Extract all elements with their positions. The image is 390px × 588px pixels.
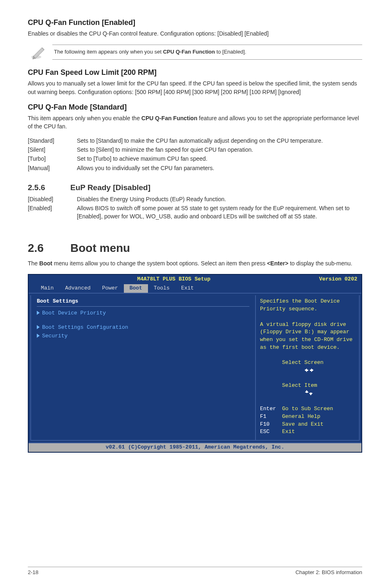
option-key: [Manual] xyxy=(28,164,77,173)
bios-key-desc: Select Item xyxy=(282,382,317,405)
boot-body-bold1: Boot xyxy=(39,260,52,267)
bios-help-text: Specifies the Boot Device Priority seque… xyxy=(260,298,355,352)
heading-qfan-function: CPU Q-Fan Function [Enabled] xyxy=(28,17,362,28)
bios-key-label: ESC xyxy=(260,428,282,436)
table-row: [Silent]Sets to [Silent] to minimize the… xyxy=(28,146,362,155)
bios-key-row: Select Item xyxy=(260,382,355,405)
note-text-bold: CPU Q-Fan Function xyxy=(163,49,215,55)
boot-body-before: The xyxy=(28,260,39,267)
heading-256-title: EuP Ready [Disabled] xyxy=(70,182,150,193)
heading-26-title: Boot menu xyxy=(70,240,130,257)
bios-key-row: F1General Help xyxy=(260,413,355,421)
note-row: The following item appears only when you… xyxy=(28,43,362,61)
bios-key-desc: Go to Sub Screen xyxy=(282,405,333,413)
option-desc: Disables the Energy Using Products (EuP)… xyxy=(77,195,362,204)
bios-key-label: F1 xyxy=(260,413,282,421)
body-qfan-function: Enables or disables the CPU Q-Fan contro… xyxy=(28,29,362,38)
triangle-icon xyxy=(37,325,40,329)
spacer xyxy=(37,318,249,323)
boot-body-mid: menu items allow you to change the syste… xyxy=(52,260,267,267)
bios-key-desc: Select Screen xyxy=(282,359,323,382)
bios-help-keys: Select Screen Select Item EnterGo to Sub… xyxy=(260,359,355,436)
bios-left-pane: Boot Settings Boot Device Priority Boot … xyxy=(30,295,256,441)
bios-item-label: Boot Settings Configuration xyxy=(42,324,128,330)
bios-group-title: Boot Settings xyxy=(37,298,249,305)
bios-tabs: Main Advanced Power Boot Tools Exit xyxy=(29,284,319,293)
page-footer: 2-18 Chapter 2: BIOS information xyxy=(28,567,362,577)
table-row: [Manual]Allows you to individually set t… xyxy=(28,164,362,173)
heading-256-num: 2.5.6 xyxy=(28,182,70,193)
body-boot-menu: The Boot menu items allow you to change … xyxy=(28,259,362,267)
chapter-label: Chapter 2: BIOS information xyxy=(296,569,362,577)
heading-256: 2.5.6 EuP Ready [Disabled] xyxy=(28,182,362,193)
bios-tab-advanced[interactable]: Advanced xyxy=(59,284,96,293)
note-text-after: to [Enabled]. xyxy=(215,49,247,55)
bios-key-desc: General Help xyxy=(282,413,321,421)
triangle-icon xyxy=(37,334,40,338)
bios-title: M4A78LT PLUS BIOS Setup xyxy=(29,275,319,284)
option-key: [Silent] xyxy=(28,146,77,155)
bios-header: M4A78LT PLUS BIOS Setup Main Advanced Po… xyxy=(29,275,361,293)
bios-key-row: EnterGo to Sub Screen xyxy=(260,405,355,413)
table-row: [Standard]Sets to [Standard] to make the… xyxy=(28,137,362,146)
bios-tab-exit[interactable]: Exit xyxy=(175,284,199,293)
bios-item-security[interactable]: Security xyxy=(37,332,249,341)
option-desc: Sets to [Standard] to make the CPU fan a… xyxy=(77,137,362,146)
body-fan-low-limit: Allows you to manually set a lower limit… xyxy=(28,79,362,96)
bios-key-label: Enter xyxy=(260,405,282,413)
bios-tab-boot[interactable]: Boot xyxy=(124,284,148,293)
bios-item-label: Security xyxy=(42,333,67,339)
arrow-ud-icon xyxy=(260,382,282,405)
bios-tab-power[interactable]: Power xyxy=(96,284,124,293)
option-key: [Turbo] xyxy=(28,155,77,164)
bios-key-desc: Save and Exit xyxy=(282,421,323,429)
bios-item-boot-device-priority[interactable]: Boot Device Priority xyxy=(37,309,249,318)
bios-setup-screen: M4A78LT PLUS BIOS Setup Main Advanced Po… xyxy=(28,274,362,453)
heading-fan-low-limit: CPU Fan Speed Low Limit [200 RPM] xyxy=(28,67,362,78)
option-desc: Allows BIOS to switch off some power at … xyxy=(77,204,362,222)
arrow-lr-icon xyxy=(260,359,282,382)
option-key: [Standard] xyxy=(28,137,77,146)
bios-right-pane: Specifies the Boot Device Priority seque… xyxy=(256,295,360,441)
triangle-icon xyxy=(37,311,40,315)
option-key: [Disabled] xyxy=(28,195,77,204)
eup-options: [Disabled]Disables the Energy Using Prod… xyxy=(28,195,362,222)
bios-key-desc: Exit xyxy=(282,428,295,436)
option-desc: Allows you to individually set the CPU f… xyxy=(77,164,362,173)
bios-key-row: ESCExit xyxy=(260,428,355,436)
note-text: The following item appears only when you… xyxy=(52,45,362,60)
page-number: 2-18 xyxy=(28,569,38,577)
boot-body-after: to display the sub-menu. xyxy=(288,260,352,267)
bios-key-row: F10Save and Exit xyxy=(260,421,355,429)
bios-key-label: F10 xyxy=(260,421,282,429)
bios-tab-main[interactable]: Main xyxy=(35,284,59,293)
option-desc: Set to [Turbo] to achieve maximum CPU fa… xyxy=(77,155,362,164)
heading-qfan-mode: CPU Q-Fan Mode [Standard] xyxy=(28,102,362,112)
boot-body-bold2: <Enter> xyxy=(267,260,288,267)
bios-divider xyxy=(37,306,249,307)
qfan-mode-options: [Standard]Sets to [Standard] to make the… xyxy=(28,137,362,173)
heading-26: 2.6 Boot menu xyxy=(28,240,362,257)
bios-item-label: Boot Device Priority xyxy=(42,310,106,316)
bios-body: Boot Settings Boot Device Priority Boot … xyxy=(29,293,361,442)
body-qfan-mode-before: This item appears only when you enable t… xyxy=(28,115,141,121)
body-qfan-mode-bold: CPU Q-Fan Function xyxy=(141,115,197,121)
pencil-icon xyxy=(28,43,49,61)
table-row: [Turbo]Set to [Turbo] to achieve maximum… xyxy=(28,155,362,164)
option-key: [Enabled] xyxy=(28,204,77,222)
note-text-before: The following item appears only when you… xyxy=(54,49,163,55)
bios-tab-tools[interactable]: Tools xyxy=(148,284,175,293)
table-row: [Disabled]Disables the Energy Using Prod… xyxy=(28,195,362,204)
bios-item-boot-settings-config[interactable]: Boot Settings Configuration xyxy=(37,323,249,332)
table-row: [Enabled]Allows BIOS to switch off some … xyxy=(28,204,362,222)
option-desc: Sets to [Silent] to minimize the fan spe… xyxy=(77,146,362,155)
body-qfan-mode: This item appears only when you enable t… xyxy=(28,114,362,131)
bios-version: Version 0202 xyxy=(319,275,361,283)
bios-key-row: Select Screen xyxy=(260,359,355,382)
bios-footer: v02.61 (C)Copyright 1985-2011, American … xyxy=(29,442,361,452)
heading-26-num: 2.6 xyxy=(28,240,70,257)
